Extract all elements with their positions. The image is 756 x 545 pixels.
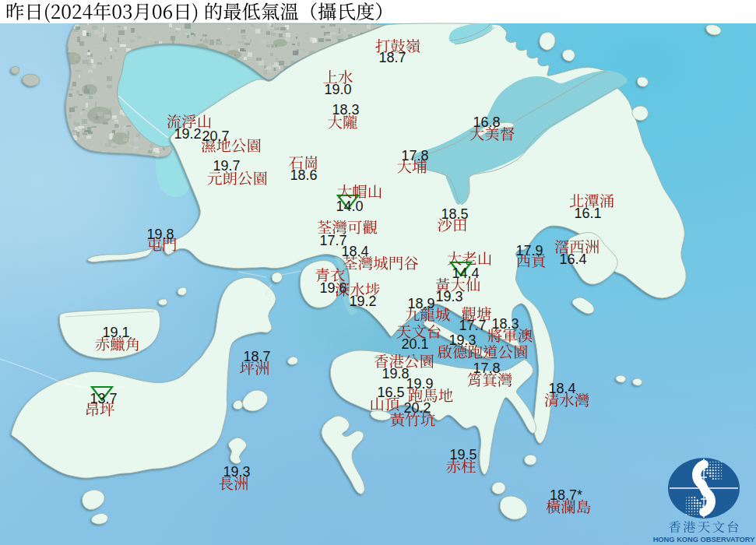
svg-text:18.6: 18.6 — [290, 167, 317, 183]
svg-text:18.3: 18.3 — [491, 316, 519, 332]
svg-text:19.8: 19.8 — [382, 366, 409, 382]
svg-text:19.2: 19.2 — [349, 294, 376, 309]
svg-text:16.5: 16.5 — [377, 385, 404, 400]
svg-text:19.8: 19.8 — [146, 227, 174, 242]
svg-text:19.0: 19.0 — [324, 82, 351, 97]
svg-text:20.7: 20.7 — [202, 128, 229, 144]
svg-text:19.7: 19.7 — [213, 158, 240, 174]
svg-text:16.8: 16.8 — [473, 114, 500, 130]
svg-text:19.2: 19.2 — [174, 126, 201, 142]
svg-text:18.4: 18.4 — [548, 381, 575, 396]
svg-text:19.3: 19.3 — [435, 289, 462, 304]
svg-text:18.7*: 18.7* — [550, 487, 582, 503]
svg-text:17.7: 17.7 — [459, 318, 486, 333]
svg-text:19.6: 19.6 — [319, 280, 346, 296]
svg-text:20.2: 20.2 — [403, 400, 431, 416]
svg-text:18.9: 18.9 — [407, 296, 434, 311]
svg-text:19.9: 19.9 — [406, 376, 433, 392]
svg-text:HONG KONG OBSERVATORY: HONG KONG OBSERVATORY — [653, 536, 755, 543]
svg-text:16.1: 16.1 — [574, 206, 601, 221]
svg-text:20.1: 20.1 — [401, 336, 428, 352]
svg-text:19.1: 19.1 — [102, 325, 129, 340]
svg-text:19.3: 19.3 — [448, 332, 476, 348]
svg-text:18.5: 18.5 — [441, 206, 468, 222]
svg-text:14.0: 14.0 — [336, 199, 363, 214]
svg-text:19.5: 19.5 — [449, 447, 476, 462]
svg-text:18.7: 18.7 — [378, 50, 406, 65]
svg-text:18.3: 18.3 — [332, 102, 359, 118]
svg-text:18.4: 18.4 — [341, 244, 368, 259]
svg-text:17.9: 17.9 — [515, 243, 543, 258]
svg-text:19.3: 19.3 — [223, 464, 250, 480]
svg-text:17.8: 17.8 — [401, 148, 428, 164]
svg-text:13.7: 13.7 — [90, 391, 117, 406]
svg-text:17.8: 17.8 — [473, 360, 500, 376]
svg-text:16.4: 16.4 — [559, 251, 586, 267]
svg-text:18.7: 18.7 — [243, 349, 270, 364]
